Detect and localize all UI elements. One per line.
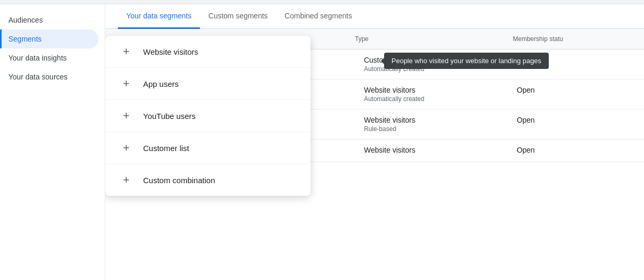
plus-icon: + [120,45,133,58]
tab-combined-segments[interactable]: Combined segments [276,4,360,29]
row-status-1: Open [517,56,631,64]
main-layout: Audiences Segments Your data insights Yo… [0,4,644,280]
plus-icon: + [120,142,133,154]
dropdown-item-customer-list[interactable]: + Customer list [105,132,310,164]
col-header-type: Type [355,35,512,43]
plus-icon: + [120,77,133,90]
top-bar [0,0,644,4]
row-type-4: Website visitors [364,146,517,154]
main-content: Your data segments Custom segments Combi… [105,4,644,280]
row-type-2: Website visitors Automatically created [364,86,517,103]
tab-your-data-segments[interactable]: Your data segments [118,4,200,29]
tabs-bar: Your data segments Custom segments Combi… [105,4,644,29]
sidebar: Audiences Segments Your data insights Yo… [0,4,105,280]
dropdown-menu: + Website visitors + App users + YouTube… [105,36,310,196]
row-status-4: Open [517,146,631,154]
tab-custom-segments[interactable]: Custom segments [200,4,276,29]
plus-icon: + [120,109,133,122]
dropdown-item-website-visitors[interactable]: + Website visitors [105,36,310,68]
col-header-status: Membership statu [513,35,631,43]
sidebar-item-data-insights[interactable]: Your data insights [0,48,98,67]
sidebar-item-audiences[interactable]: Audiences [0,11,98,29]
sidebar-item-segments[interactable]: Segments [0,29,98,48]
sidebar-item-data-sources[interactable]: Your data sources [0,67,98,86]
row-type-3: Website visitors Rule-based [364,116,517,133]
dropdown-item-youtube-users[interactable]: + YouTube users [105,100,310,132]
row-status-3: Open [517,116,631,124]
plus-icon: + [120,174,133,186]
dropdown-item-app-users[interactable]: + App users [105,68,310,100]
row-type-1: Custom combination segment Automatically… [364,56,517,73]
row-status-2: Open [517,86,631,94]
dropdown-item-custom-combination[interactable]: + Custom combination [105,164,310,196]
